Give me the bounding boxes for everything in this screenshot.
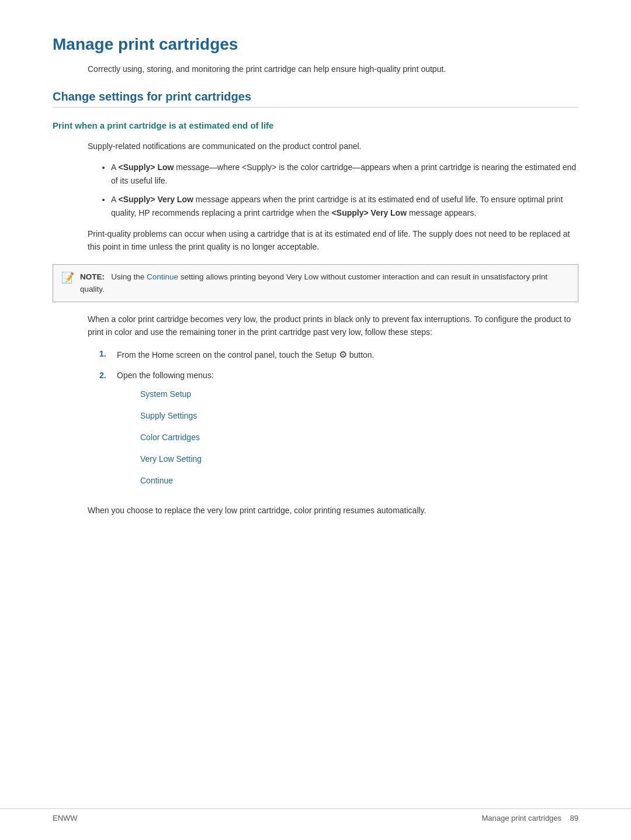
section1-heading: Change settings for print cartridges	[53, 90, 578, 108]
menu-list: System Setup Supply Settings Color Cartr…	[140, 387, 214, 489]
bullet-item-1: A <Supply> Low message—where <Supply> is…	[111, 161, 578, 187]
step-2: 2. Open the following menus: System Setu…	[99, 369, 578, 495]
bullet-list-1: A <Supply> Low message—where <Supply> is…	[111, 161, 578, 219]
note-box: 📝 NOTE: Using the Continue setting allow…	[53, 264, 578, 302]
bullet-item-2: A <Supply> Very Low message appears when…	[111, 193, 578, 219]
body-text-2: Print-quality problems can occur when us…	[88, 227, 578, 254]
footer-right: Manage print cartridges 89	[482, 814, 579, 822]
body-text-1: Supply-related notifications are communi…	[88, 140, 578, 153]
footer-left: ENWW	[53, 814, 78, 822]
body-text-3: When a color print cartridge becomes ver…	[88, 313, 578, 339]
menu-item-1[interactable]: System Setup	[140, 387, 214, 402]
page-title: Manage print cartridges	[53, 35, 578, 54]
setup-icon: ⚙	[339, 347, 347, 362]
note-icon: 📝	[61, 271, 74, 284]
menu-item-5[interactable]: Continue	[140, 473, 214, 488]
note-link[interactable]: Continue	[147, 272, 178, 281]
footer: ENWW Manage print cartridges 89	[0, 808, 631, 822]
note-label: NOTE:	[80, 272, 105, 281]
note-text: NOTE: Using the Continue setting allows …	[80, 271, 570, 296]
step-1-text: From the Home screen on the control pane…	[117, 347, 374, 362]
step-2-text: Open the following menus: System Setup S…	[117, 369, 214, 495]
step-num-1: 1.	[99, 347, 111, 362]
steps-list: 1. From the Home screen on the control p…	[99, 347, 578, 496]
step-num-2: 2.	[99, 369, 111, 495]
body-text-4: When you choose to replace the very low …	[88, 504, 578, 517]
menu-item-4[interactable]: Very Low Setting	[140, 452, 214, 466]
menu-item-2[interactable]: Supply Settings	[140, 409, 214, 423]
intro-text: Correctly using, storing, and monitoring…	[88, 64, 578, 74]
step-1: 1. From the Home screen on the control p…	[99, 347, 578, 362]
menu-item-3[interactable]: Color Cartridges	[140, 430, 214, 445]
subsection1-heading: Print when a print cartridge is at estim…	[53, 120, 578, 130]
